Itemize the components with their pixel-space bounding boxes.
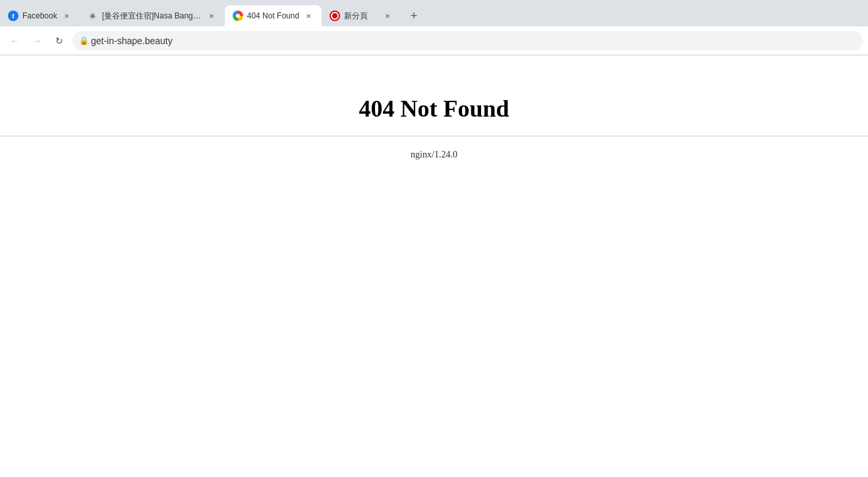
back-button[interactable]: ← [5,32,24,50]
opera-favicon-icon [330,11,340,21]
tab-404[interactable]: 404 Not Found ✕ [225,5,322,26]
tab-404-title: 404 Not Found [247,11,299,20]
address-wrapper: 🔒 [72,31,863,51]
reload-button[interactable]: ↻ [50,32,69,50]
tab-new-page-title: 新分頁 [344,11,378,22]
tab-facebook[interactable]: f Facebook ✕ [0,5,80,26]
address-bar: ← → ↻ 🔒 [0,26,868,55]
address-input[interactable] [72,31,863,51]
tab-nasa-close[interactable]: ✕ [206,11,217,21]
divider [0,136,868,136]
tab-facebook-title: Facebook [22,11,57,20]
chromium-favicon-icon [233,11,243,21]
page-content: 404 Not Found nginx/1.24.0 [0,55,868,477]
nasa-favicon-icon: ✳ [88,11,98,21]
new-tab-button[interactable]: + [403,7,424,25]
tab-bar: f Facebook ✕ ✳ [曼谷便宜住宿]Nasa Bangkok H ✕ … [0,0,868,26]
opera-logo [330,11,340,21]
error-heading: 404 Not Found [359,95,509,123]
facebook-favicon-icon: f [8,11,18,21]
forward-button[interactable]: → [28,32,46,50]
fb-logo: f [8,11,18,21]
tab-nasa-title: [曼谷便宜住宿]Nasa Bangkok H [102,11,202,22]
chromium-logo [233,11,243,21]
tab-new-page[interactable]: 新分頁 ✕ [322,5,401,26]
server-info: nginx/1.24.0 [411,150,457,160]
browser-chrome: f Facebook ✕ ✳ [曼谷便宜住宿]Nasa Bangkok H ✕ … [0,0,868,55]
tab-facebook-close[interactable]: ✕ [61,11,72,21]
lock-icon: 🔒 [79,36,89,45]
tab-404-close[interactable]: ✕ [303,11,314,21]
tab-nasa[interactable]: ✳ [曼谷便宜住宿]Nasa Bangkok H ✕ [80,5,225,26]
tab-new-page-close[interactable]: ✕ [382,11,393,21]
nasa-icon: ✳ [89,11,96,21]
